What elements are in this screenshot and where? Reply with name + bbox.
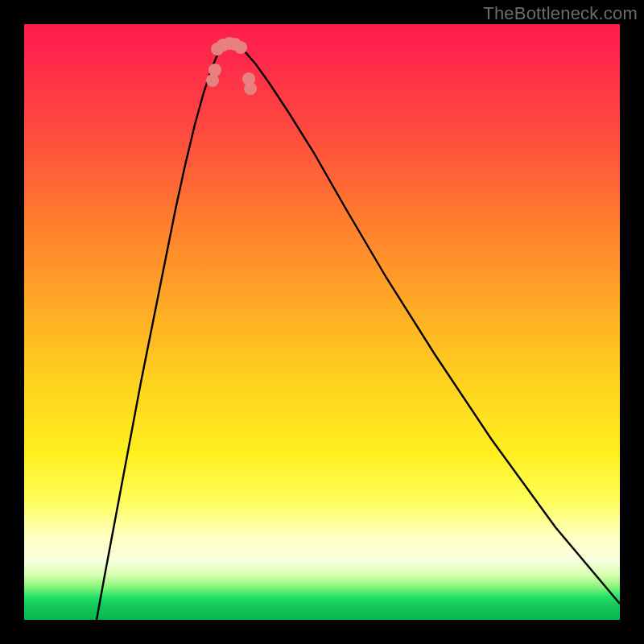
watermark-text: TheBottleneck.com (483, 3, 638, 24)
chart-frame: TheBottleneck.com (0, 0, 644, 644)
highlight-dot (244, 82, 257, 95)
plot-area (24, 24, 620, 620)
curve-svg (24, 24, 620, 620)
highlight-markers (206, 37, 257, 95)
highlight-dot (208, 64, 221, 76)
bottleneck-curve (97, 43, 620, 620)
highlight-dot (234, 41, 247, 54)
